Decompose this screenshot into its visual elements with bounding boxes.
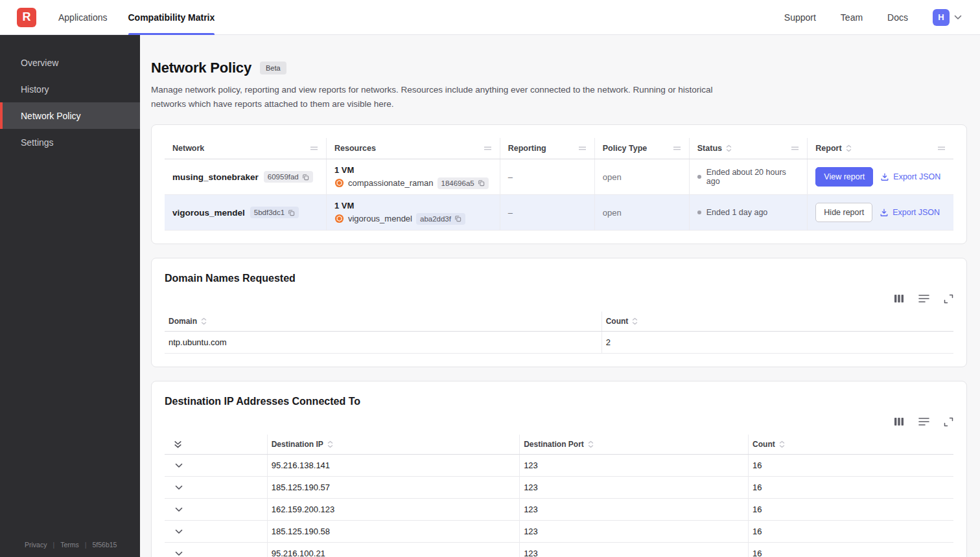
destinations-toolbar	[165, 416, 953, 427]
network-name: vigorous_mendel	[172, 208, 245, 218]
drag-handle-icon[interactable]	[310, 146, 318, 151]
copy-icon[interactable]	[478, 179, 485, 187]
column-header-count[interactable]: Count	[749, 435, 953, 455]
reporting-value: –	[500, 195, 594, 231]
destinations-card-title: Destination IP Addresses Connected To	[165, 396, 953, 407]
destination-ip-value: 185.125.190.57	[267, 477, 519, 499]
count-value: 16	[749, 455, 953, 477]
privacy-link[interactable]: Privacy	[25, 541, 47, 549]
vm-count: 1 VM	[334, 201, 492, 210]
destination-port-value: 123	[520, 455, 749, 477]
top-navigation: Applications Compatibility Matrix	[58, 0, 215, 34]
drag-handle-icon[interactable]	[578, 146, 587, 151]
status-badge: Ended 1 day ago	[697, 208, 800, 217]
sort-icon[interactable]	[632, 317, 638, 325]
drag-handle-icon[interactable]	[673, 146, 681, 151]
sidebar-footer: Privacy | Terms | 5f56b15	[0, 541, 140, 557]
sidebar-item-overview[interactable]: Overview	[0, 49, 140, 76]
expand-icon[interactable]	[944, 294, 953, 304]
nav-docs[interactable]: Docs	[887, 12, 908, 23]
nav-compatibility-matrix[interactable]: Compatibility Matrix	[128, 0, 215, 35]
column-header-status[interactable]: Status	[689, 138, 808, 159]
resource-id-badge: aba2dd3f	[416, 213, 465, 225]
rows-view-icon[interactable]	[918, 294, 929, 303]
export-json-button[interactable]: Export JSON	[880, 172, 940, 181]
destination-ip-value: 162.159.200.123	[267, 499, 519, 521]
destination-port-value: 123	[520, 543, 749, 557]
nav-applications[interactable]: Applications	[58, 0, 108, 35]
expand-icon[interactable]	[944, 417, 953, 427]
domain-value: ntp.ubuntu.com	[165, 332, 601, 354]
destinations-table: Destination IP Destination Port Count	[165, 435, 953, 557]
nav-team[interactable]: Team	[841, 12, 863, 23]
destination-port-value: 123	[520, 477, 749, 499]
column-header-domain[interactable]: Domain	[165, 312, 601, 332]
row-expand-chevron-icon[interactable]	[174, 506, 184, 514]
sidebar: Overview History Network Policy Settings…	[0, 35, 140, 557]
hide-report-button[interactable]: Hide report	[815, 203, 872, 222]
column-header-network[interactable]: Network	[165, 138, 326, 159]
view-report-button[interactable]: View report	[815, 167, 873, 187]
copy-icon[interactable]	[302, 174, 309, 181]
sort-icon[interactable]	[327, 440, 333, 448]
sort-icon[interactable]	[588, 440, 594, 448]
sort-icon[interactable]	[201, 317, 207, 325]
sort-icon[interactable]	[779, 440, 785, 448]
sidebar-item-settings[interactable]: Settings	[0, 129, 140, 155]
network-row[interactable]: vigorous_mendel 5bdf3dc1 1 VM vigorous_m…	[165, 195, 953, 231]
row-expand-chevron-icon[interactable]	[174, 528, 184, 536]
terms-link[interactable]: Terms	[60, 541, 79, 549]
count-value: 16	[749, 521, 953, 543]
domain-row: ntp.ubuntu.com 2	[165, 332, 953, 354]
sort-icon[interactable]	[726, 144, 732, 152]
double-chevron-down-icon[interactable]	[174, 440, 263, 449]
count-value: 16	[749, 477, 953, 499]
destinations-card: Destination IP Addresses Connected To De…	[151, 381, 967, 557]
drag-handle-icon[interactable]	[937, 146, 946, 151]
build-version: 5f56b15	[93, 541, 117, 549]
export-json-button[interactable]: Export JSON	[880, 208, 940, 217]
status-dot-icon	[697, 175, 701, 179]
row-expand-chevron-icon[interactable]	[174, 484, 184, 492]
destination-port-value: 123	[520, 499, 749, 521]
sidebar-item-history[interactable]: History	[0, 76, 140, 102]
reporting-value: –	[500, 159, 594, 195]
chevron-down-icon	[954, 15, 962, 20]
columns-view-icon[interactable]	[894, 293, 904, 304]
drag-handle-icon[interactable]	[484, 146, 492, 151]
row-expand-chevron-icon[interactable]	[174, 550, 184, 557]
page-title: Network Policy	[151, 60, 251, 76]
column-header-report[interactable]: Report	[808, 138, 953, 159]
destination-row: 162.159.200.123 123 16	[165, 499, 953, 521]
avatar[interactable]: H	[933, 9, 950, 26]
sort-icon[interactable]	[846, 144, 852, 152]
user-menu[interactable]: H	[933, 9, 962, 26]
network-id-badge: 60959fad	[264, 171, 313, 183]
nav-support[interactable]: Support	[784, 12, 816, 23]
domains-table: Domain Count ntp.ubuntu.com 2	[165, 312, 953, 354]
column-header-destination-ip[interactable]: Destination IP	[267, 435, 519, 455]
networks-card: Network Resources Reporting	[151, 124, 967, 244]
destination-row: 185.125.190.58 123 16	[165, 521, 953, 543]
column-header-count[interactable]: Count	[601, 312, 953, 332]
copy-icon[interactable]	[288, 209, 295, 216]
container-icon	[334, 178, 344, 188]
column-header-resources[interactable]: Resources	[326, 138, 500, 159]
sidebar-item-network-policy[interactable]: Network Policy	[0, 102, 140, 129]
column-header-destination-port[interactable]: Destination Port	[520, 435, 749, 455]
copy-icon[interactable]	[454, 215, 461, 222]
page-description: Manage network policy, reporting and vie…	[151, 83, 721, 111]
destination-port-value: 123	[520, 521, 749, 543]
column-header-policy-type[interactable]: Policy Type	[594, 138, 689, 159]
row-expand-chevron-icon[interactable]	[174, 462, 184, 470]
networks-table: Network Resources Reporting	[165, 138, 953, 231]
app-logo[interactable]: R	[17, 8, 36, 27]
column-header-expand-all[interactable]	[165, 435, 267, 455]
columns-view-icon[interactable]	[894, 416, 904, 427]
destination-row: 95.216.100.21 123 16	[165, 543, 953, 557]
download-icon	[880, 208, 889, 217]
network-row[interactable]: musing_stonebraker 60959fad 1 VM compass…	[165, 159, 953, 195]
column-header-reporting[interactable]: Reporting	[500, 138, 594, 159]
drag-handle-icon[interactable]	[791, 146, 799, 151]
rows-view-icon[interactable]	[918, 417, 929, 426]
